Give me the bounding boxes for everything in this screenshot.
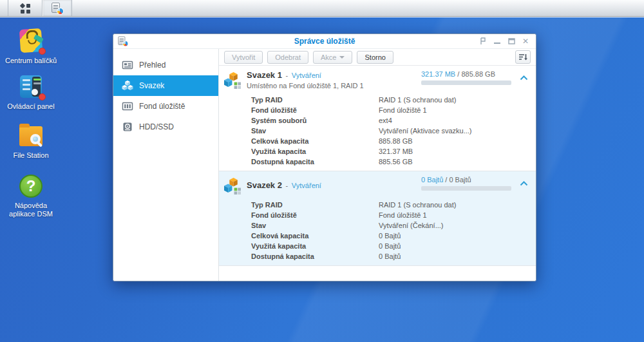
detail-row: Fond úložištěFond úložiště 1 — [251, 210, 536, 220]
storage-manager-app-icon — [52, 3, 63, 14]
dsm-help-icon: ? — [17, 173, 44, 200]
desktop-icon-package-center[interactable]: Centrum balíčků — [1, 28, 61, 65]
volume-detail-rows: Typ RAIDRAID 1 (S ochranou dat) Fond úlo… — [219, 196, 536, 261]
desktop-icon-dsm-help[interactable]: ? Nápověda aplikace DSM — [1, 173, 61, 218]
package-center-icon — [17, 28, 44, 55]
remove-button[interactable]: Odebrat — [267, 51, 308, 64]
detail-row: Typ RAIDRAID 1 (S ochranou dat) — [251, 200, 536, 210]
detail-row: Využitá kapacita321.37 MB — [251, 146, 536, 157]
content-pane: Vytvořit Odebrat Akce Storno — [219, 49, 536, 281]
volume-section-2: Svazek 2 - Vytváření 0 Bajtů / 0 Bajtů — [219, 171, 536, 266]
desktop-icon-label: File Station — [1, 151, 61, 160]
sidebar-item-label: Svazek — [139, 81, 164, 90]
collapse-all-button[interactable] — [515, 50, 531, 64]
detail-row: Dostupná kapacita885.56 GB — [251, 157, 536, 167]
close-icon[interactable]: ✕ — [522, 37, 529, 45]
toolbar: Vytvořit Odebrat Akce Storno — [219, 49, 536, 66]
action-dropdown-button[interactable]: Akce — [313, 51, 352, 64]
window-controls: ✕ — [479, 37, 536, 45]
taskbar — [0, 0, 644, 17]
maximize-icon[interactable] — [507, 37, 515, 45]
volume-icon — [224, 177, 242, 195]
volume-title: Svazek 2 — [247, 180, 282, 190]
volume-cubes-icon — [122, 80, 133, 91]
detail-row: Fond úložištěFond úložiště 1 — [251, 105, 536, 115]
sidebar-item-hdd-ssd[interactable]: HDD/SSD — [113, 117, 218, 137]
detail-row: Typ RAIDRAID 1 (S ochranou dat) — [251, 95, 536, 105]
volume-status: Vytváření — [292, 71, 321, 79]
volume-subtitle: Umístěno na Fond úložiště 1, RAID 1 — [247, 82, 364, 90]
total-capacity: 885.88 GB — [461, 70, 495, 78]
total-capacity: 0 Bajtů — [449, 176, 471, 184]
used-capacity: 321.37 MB — [421, 70, 455, 78]
window-titlebar[interactable]: Správce úložiště ✕ — [113, 34, 536, 49]
notification-badge — [39, 93, 46, 100]
volume-title: Svazek 1 — [247, 70, 282, 80]
sidebar-item-storage-pool[interactable]: Fond úložiště — [113, 96, 218, 117]
desktop-icon-column: Centrum balíčků Ovládací panel File Stat… — [0, 23, 62, 218]
volume-usage: 321.37 MB / 885.88 GB — [421, 70, 511, 85]
sidebar-item-label: HDD/SSD — [139, 122, 174, 131]
window-body: Přehled Svazek Fond úložiště — [113, 49, 536, 281]
detail-row: StavVytváření (Čekání...) — [251, 220, 536, 231]
notification-badge — [39, 48, 46, 55]
sidebar-item-overview[interactable]: Přehled — [113, 55, 218, 75]
volume-usage: 0 Bajtů / 0 Bajtů — [421, 176, 511, 191]
control-panel-icon — [17, 73, 44, 100]
detail-row: StavVytváření (Aktivace svazku...) — [251, 126, 536, 136]
storage-manager-window: Správce úložiště ✕ Přehled — [113, 33, 536, 281]
sidebar-item-volume[interactable]: Svazek — [113, 75, 218, 96]
detail-row: Dostupná kapacita0 Bajtů — [251, 251, 536, 261]
file-station-icon — [17, 122, 44, 149]
window-title: Správce úložiště — [113, 37, 536, 46]
detail-row: Celková kapacita0 Bajtů — [251, 231, 536, 241]
sidebar: Přehled Svazek Fond úložiště — [113, 49, 219, 281]
usage-bar — [421, 81, 511, 85]
detail-row: Systém souborůext4 — [251, 115, 536, 126]
detail-row: Využitá kapacita0 Bajtů — [251, 241, 536, 251]
sidebar-item-label: Přehled — [139, 61, 166, 70]
detail-row: Celková kapacita885.88 GB — [251, 136, 536, 146]
disk-icon — [122, 121, 133, 133]
create-button[interactable]: Vytvořit — [224, 51, 263, 64]
main-menu-button[interactable] — [8, 0, 43, 16]
volume-detail-rows: Typ RAIDRAID 1 (S ochranou dat) Fond úlo… — [219, 91, 536, 167]
volume-list: Svazek 1 - Vytváření Umístěno na Fond úl… — [219, 66, 536, 281]
collapse-chevron-icon[interactable] — [511, 70, 536, 81]
cancel-button[interactable]: Storno — [357, 51, 393, 64]
volume-status: Vytváření — [292, 182, 321, 189]
volume-icon — [224, 71, 242, 89]
desktop-icon-file-station[interactable]: File Station — [1, 122, 61, 160]
desktop-icon-label: Centrum balíčků — [1, 57, 61, 65]
volume-section-1: Svazek 1 - Vytváření Umístěno na Fond úl… — [219, 66, 536, 171]
usage-bar — [421, 186, 511, 191]
used-capacity: 0 Bajtů — [421, 176, 443, 184]
main-menu-grid-icon — [20, 3, 30, 14]
overview-icon — [122, 59, 133, 71]
pin-icon[interactable] — [479, 37, 487, 45]
desktop-icon-label: Nápověda aplikace DSM — [1, 202, 61, 218]
storage-pool-icon — [122, 100, 133, 112]
sidebar-item-label: Fond úložiště — [139, 102, 185, 111]
minimize-icon[interactable] — [493, 37, 501, 45]
chevron-down-icon — [339, 56, 345, 59]
desktop-icon-control-panel[interactable]: Ovládací panel — [1, 73, 61, 111]
storage-manager-taskbar-button[interactable] — [43, 0, 72, 16]
sort-collapse-icon — [518, 53, 527, 62]
collapse-chevron-icon[interactable] — [511, 176, 536, 186]
desktop-icon-label: Ovládací panel — [1, 102, 61, 111]
